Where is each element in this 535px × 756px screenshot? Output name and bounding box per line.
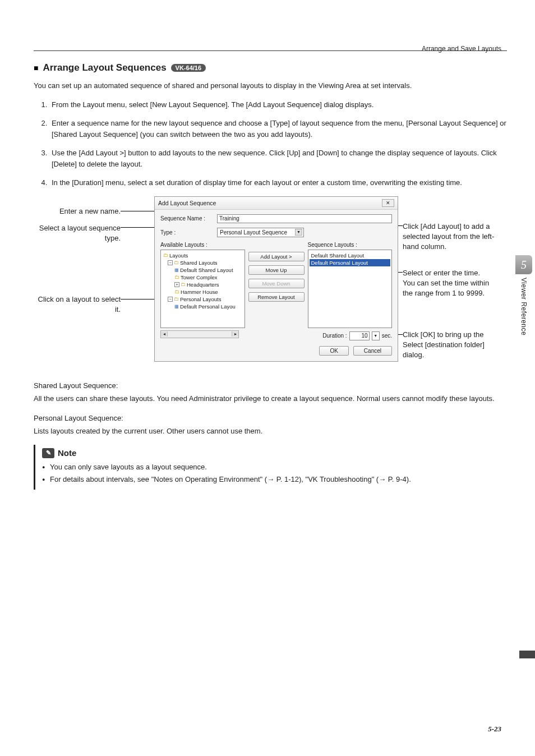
scroll-right-icon[interactable]: ▸ bbox=[232, 331, 238, 336]
duration-unit: sec. bbox=[382, 333, 392, 339]
close-icon[interactable]: ✕ bbox=[382, 199, 394, 207]
note-item-1: You can only save layouts as a layout se… bbox=[42, 462, 507, 473]
chevron-down-icon: ▼ bbox=[295, 229, 302, 236]
type-select-value: Personal Layout Sequence bbox=[220, 229, 287, 236]
sequence-name-input[interactable]: Training bbox=[217, 214, 392, 223]
duration-input[interactable]: 10 bbox=[349, 331, 370, 340]
sequence-name-label: Sequence Name : bbox=[160, 215, 214, 222]
scroll-left-icon[interactable]: ◂ bbox=[161, 331, 168, 336]
available-layouts-tree[interactable]: 🗀Layouts −🗀Shared Layouts ▦Default Share… bbox=[160, 250, 245, 328]
tree-default-personal[interactable]: Default Personal Layou bbox=[180, 303, 236, 310]
page-number: 5-23 bbox=[488, 725, 501, 734]
sequence-layouts-list[interactable]: Default Shared Layout Default Personal L… bbox=[308, 250, 393, 328]
tree-personal: Personal Layouts bbox=[180, 296, 221, 303]
dialog-titlebar[interactable]: Add Layout Sequence ✕ bbox=[155, 197, 398, 210]
steps-list: From the Layout menu, select [New Layout… bbox=[34, 99, 507, 188]
layout-icon: ▦ bbox=[174, 266, 179, 274]
personal-sequence-heading: Personal Layout Sequence: bbox=[34, 414, 507, 422]
note-icon: ✎ bbox=[42, 448, 54, 458]
section-title: Arrange Layout Sequences bbox=[43, 62, 166, 73]
annot-left-1: Enter a new name. bbox=[34, 206, 121, 216]
annot-right-1: Click [Add Layout] to add a selected lay… bbox=[403, 222, 498, 252]
shared-sequence-heading: Shared Layout Sequence: bbox=[34, 381, 507, 390]
step-2: Enter a sequence name for the new layout… bbox=[49, 118, 507, 140]
horizontal-scrollbar[interactable]: ◂ ▸ bbox=[160, 330, 239, 338]
collapse-icon[interactable]: − bbox=[168, 297, 173, 302]
type-select[interactable]: Personal Layout Sequence ▼ bbox=[217, 228, 304, 237]
tree-tower[interactable]: Tower Complex bbox=[181, 274, 217, 281]
side-marker bbox=[519, 651, 535, 658]
step-4: In the [Duration] menu, select a set dur… bbox=[49, 177, 507, 188]
header-breadcrumb: Arrange and Save Layouts bbox=[422, 45, 501, 53]
step-1: From the Layout menu, select [New Layout… bbox=[49, 99, 507, 110]
section-title-row: ■ Arrange Layout Sequences VK-64/16 bbox=[34, 62, 507, 73]
folder-icon: 🗀 bbox=[174, 274, 179, 281]
add-layout-sequence-dialog: Add Layout Sequence ✕ Sequence Name : Tr… bbox=[154, 196, 398, 362]
annot-left-3: Click on a layout to select it. bbox=[34, 294, 121, 315]
sequence-item-selected[interactable]: Default Personal Layout bbox=[310, 259, 391, 266]
chapter-label: Viewer Reference bbox=[520, 278, 528, 335]
expand-icon[interactable]: + bbox=[174, 282, 179, 287]
section-bullet: ■ bbox=[34, 63, 38, 72]
remove-layout-button[interactable]: Remove Layout bbox=[248, 292, 305, 302]
dialog-title-text: Add Layout Sequence bbox=[158, 200, 216, 206]
note-box: ✎ Note You can only save layouts as a la… bbox=[34, 445, 507, 490]
model-badge: VK-64/16 bbox=[171, 64, 206, 72]
folder-icon: 🗀 bbox=[174, 259, 179, 266]
tree-root: Layouts bbox=[169, 252, 188, 259]
tree-hammer[interactable]: Hammer House bbox=[181, 288, 218, 296]
collapse-icon[interactable]: − bbox=[168, 260, 173, 265]
available-layouts-label: Available Layouts : bbox=[160, 242, 245, 248]
folder-icon: 🗀 bbox=[174, 288, 179, 296]
chapter-number-badge: 5 bbox=[515, 255, 532, 274]
tree-default-shared[interactable]: Default Shared Layout bbox=[180, 266, 233, 274]
sequence-item[interactable]: Default Shared Layout bbox=[310, 252, 391, 259]
duration-dropdown[interactable]: ▼ bbox=[372, 331, 380, 340]
folder-icon: 🗀 bbox=[181, 281, 186, 288]
type-label: Type : bbox=[160, 229, 214, 236]
sequence-layouts-label: Sequence Layouts : bbox=[308, 242, 393, 248]
tree-hq[interactable]: Headquarters bbox=[187, 281, 219, 288]
note-title: Note bbox=[58, 448, 76, 458]
move-down-button[interactable]: Move Down bbox=[248, 279, 305, 288]
step-3: Use the [Add Layout >] button to add lay… bbox=[49, 147, 507, 169]
section-intro: You can set up an automated sequence of … bbox=[34, 80, 507, 91]
add-layout-button[interactable]: Add Layout > bbox=[248, 252, 305, 261]
layout-icon: ▦ bbox=[174, 303, 179, 310]
annot-right-2: Select or enter the time. You can set th… bbox=[403, 268, 498, 299]
annot-right-3: Click [OK] to bring up the Select [desti… bbox=[403, 330, 498, 361]
note-item-2: For details about intervals, see "Notes … bbox=[42, 474, 507, 485]
tree-shared: Shared Layouts bbox=[180, 259, 218, 266]
side-tab: 5 Viewer Reference bbox=[515, 255, 532, 335]
annotated-figure: Enter a new name. Select a layout sequen… bbox=[34, 196, 507, 370]
annot-left-2: Select a layout sequence type. bbox=[34, 223, 121, 243]
shared-sequence-paragraph: All the users can share these layouts. Y… bbox=[34, 393, 507, 404]
cancel-button[interactable]: Cancel bbox=[353, 346, 392, 356]
folder-icon: 🗀 bbox=[163, 252, 168, 259]
ok-button[interactable]: OK bbox=[319, 346, 348, 356]
move-up-button[interactable]: Move Up bbox=[248, 265, 305, 275]
folder-icon: 🗀 bbox=[174, 296, 179, 303]
duration-label: Duration : bbox=[322, 333, 347, 339]
personal-sequence-paragraph: Lists layouts created by the current use… bbox=[34, 426, 507, 437]
